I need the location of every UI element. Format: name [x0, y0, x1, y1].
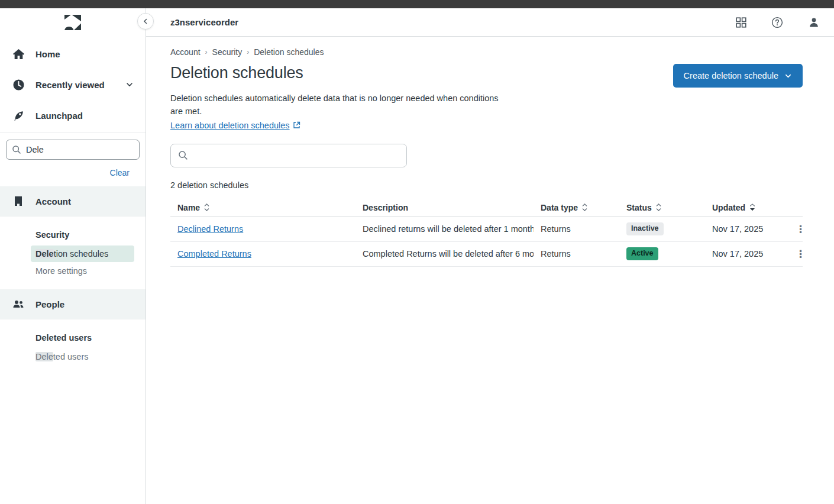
column-label: Data type [541, 203, 578, 212]
main-area: z3nserviceorder Account › Security › Del… [146, 8, 834, 504]
schedule-name-cell: Completed Returns [170, 249, 355, 259]
building-icon [12, 195, 25, 208]
sidebar-item-home[interactable]: Home [0, 38, 146, 69]
chevron-left-icon [142, 18, 149, 25]
external-link-icon [293, 121, 300, 129]
item-label-rest: ted users [53, 352, 89, 361]
learn-about-deletion-schedules-link[interactable]: Learn about deletion schedules [170, 121, 300, 130]
account-name: z3nserviceorder [170, 17, 736, 27]
page-header-row: Deletion schedules Create deletion sched… [170, 64, 803, 88]
row-actions-kebab-icon[interactable]: ⋮ [784, 223, 803, 235]
row-actions-kebab-icon[interactable]: ⋮ [784, 248, 803, 260]
sort-icon [656, 203, 661, 211]
create-deletion-schedule-button[interactable]: Create deletion schedule [673, 64, 803, 88]
sidebar-divider [0, 133, 146, 133]
breadcrumb: Account › Security › Deletion schedules [170, 47, 803, 57]
column-header-data-type[interactable]: Data type [534, 203, 619, 212]
sidebar-item-more-settings[interactable]: More settings [31, 263, 134, 279]
topbar-icons [736, 17, 820, 28]
sidebar-section-label: Account [35, 196, 71, 206]
schedules-search-input[interactable] [193, 151, 399, 160]
table-row: Declined Returns Declined returns will b… [170, 217, 803, 242]
sidebar-item-label: Launchpad [35, 111, 134, 121]
schedule-updated-cell: Nov 17, 2025 [705, 224, 784, 234]
schedule-status-cell: Inactive [619, 222, 705, 235]
search-match-highlight: Dele [35, 249, 54, 259]
user-avatar-icon[interactable] [808, 17, 820, 28]
column-label: Status [626, 203, 652, 212]
sidebar-collapse-button[interactable] [137, 13, 154, 30]
schedule-link-completed-returns[interactable]: Completed Returns [177, 249, 251, 259]
chevron-down-icon [125, 80, 134, 89]
column-label: Name [177, 203, 200, 212]
group-heading-security: Security [0, 225, 146, 245]
sidebar-search-box [6, 140, 140, 160]
rocket-icon [12, 109, 25, 122]
sidebar-nav: Home Recently viewed [0, 37, 146, 131]
learn-link-label: Learn about deletion schedules [170, 121, 290, 130]
breadcrumb-separator-icon: › [205, 48, 208, 56]
page-description: Deletion schedules automatically delete … [170, 92, 510, 118]
grid-icon[interactable] [736, 17, 746, 28]
column-header-status[interactable]: Status [619, 203, 705, 212]
content: Account › Security › Deletion schedules … [146, 37, 834, 267]
sidebar-item-launchpad[interactable]: Launchpad [0, 100, 146, 131]
column-label: Description [363, 203, 408, 212]
breadcrumb-separator-icon: › [247, 48, 249, 56]
schedule-data-type-cell: Returns [534, 224, 619, 234]
schedule-updated-cell: Nov 17, 2025 [705, 249, 784, 259]
sidebar-item-deleted-users[interactable]: Deleted users [31, 348, 134, 365]
topbar: z3nserviceorder [146, 8, 834, 37]
create-button-label: Create deletion schedule [684, 71, 778, 80]
search-match-highlight: Dele [35, 352, 53, 361]
table-row: Completed Returns Completed Returns will… [170, 242, 803, 267]
breadcrumb-account[interactable]: Account [170, 47, 201, 57]
sort-icon [204, 203, 209, 211]
sidebar-item-recently-viewed[interactable]: Recently viewed [0, 69, 146, 100]
sidebar-item-label: Home [35, 49, 134, 59]
account-results-group: Security Deletion schedules More setting… [0, 217, 146, 289]
chevron-down-icon [784, 72, 792, 80]
table-header-row: Name Description Data type Status [170, 199, 803, 217]
learn-link-row: Learn about deletion schedules [170, 121, 803, 130]
schedules-search-box [170, 144, 407, 167]
item-label-rest: tion schedules [54, 249, 109, 259]
sidebar-search-input[interactable] [26, 145, 134, 154]
system-top-strip [0, 0, 834, 8]
breadcrumb-security[interactable]: Security [212, 47, 243, 57]
status-badge: Active [626, 247, 658, 260]
sidebar-item-label: Recently viewed [35, 80, 125, 90]
breadcrumb-deletion-schedules[interactable]: Deletion schedules [254, 47, 324, 57]
status-badge: Inactive [626, 222, 664, 235]
logo-row [0, 8, 146, 37]
sidebar-section-people[interactable]: People [0, 289, 146, 319]
column-header-name[interactable]: Name [170, 203, 355, 212]
search-icon [12, 145, 21, 154]
schedules-count: 2 deletion schedules [170, 180, 803, 190]
sidebar-section-account[interactable]: Account [0, 186, 146, 217]
schedule-link-declined-returns[interactable]: Declined Returns [177, 224, 243, 234]
group-heading-deleted-users: Deleted users [0, 328, 146, 348]
schedule-status-cell: Active [619, 247, 705, 260]
deletion-schedules-table: Name Description Data type Status [170, 199, 803, 267]
sort-desc-icon [749, 203, 755, 211]
home-icon [12, 47, 25, 60]
schedule-description-cell: Declined returns will be deleted after 1… [355, 224, 534, 234]
schedule-data-type-cell: Returns [534, 249, 619, 259]
clear-row: Clear [0, 160, 146, 186]
column-header-updated[interactable]: Updated [705, 203, 784, 212]
people-results-group: Deleted users Deleted users [0, 319, 146, 375]
schedule-description-cell: Completed Returns will be deleted after … [355, 249, 534, 259]
schedule-name-cell: Declined Returns [170, 224, 355, 234]
clock-icon [12, 78, 25, 91]
zendesk-logo-icon [64, 15, 81, 30]
column-label: Updated [712, 203, 745, 212]
sort-icon [582, 203, 587, 211]
page-title: Deletion schedules [170, 64, 303, 82]
app-window: Home Recently viewed [0, 8, 834, 504]
clear-search-link[interactable]: Clear [110, 168, 130, 177]
help-icon[interactable] [771, 17, 783, 28]
sidebar-section-label: People [35, 299, 64, 309]
people-icon [12, 298, 25, 311]
sidebar-item-deletion-schedules[interactable]: Deletion schedules [31, 245, 134, 262]
